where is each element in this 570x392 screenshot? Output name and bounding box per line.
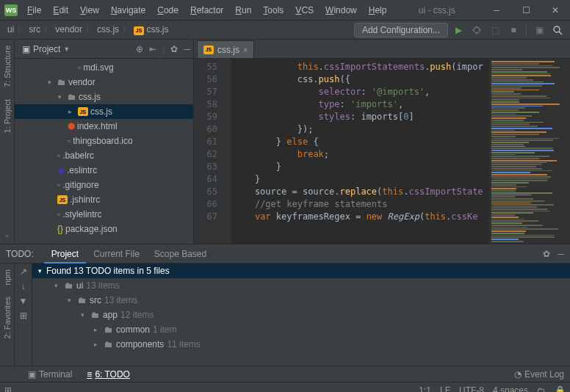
hide-icon[interactable]: ─	[184, 44, 190, 54]
project-folder-icon: ▣	[22, 44, 30, 54]
collapse-icon[interactable]: ↓	[21, 281, 26, 291]
window-controls: ─ ☐ ✕	[482, 0, 570, 21]
tree-item[interactable]: ▫.stylelintrc	[15, 207, 193, 222]
editor-tab[interactable]: JS css.js ×	[197, 40, 254, 58]
line-number-gutter: 55565758596061626364656667	[194, 59, 231, 244]
tree-item[interactable]: {}package.json	[15, 222, 193, 236]
todo-row[interactable]: ▾🖿src 13 items	[32, 293, 570, 308]
event-log-button[interactable]: ◔Event Log	[511, 368, 567, 381]
todo-row[interactable]: ▸🖿components 11 items	[32, 337, 570, 352]
editor-tabs: JS css.js ×	[194, 40, 570, 59]
menu-help[interactable]: Help	[364, 2, 392, 18]
filter-icon[interactable]: ▼	[19, 296, 28, 306]
todo-button[interactable]: ≡6: TODO	[84, 368, 133, 381]
run-icon[interactable]: ▶	[450, 22, 466, 38]
tree-item[interactable]: ▫.gitignore	[15, 178, 193, 192]
todo-icon: ≡	[87, 369, 92, 380]
todo-toolbar: ↗ ↓ ▼ ⊞	[15, 264, 32, 366]
todo-tab[interactable]: Project	[44, 246, 86, 264]
search-everywhere-icon[interactable]: ▣	[531, 22, 547, 38]
line-ending[interactable]: LF	[440, 385, 450, 393]
coverage-icon[interactable]: ⬚	[487, 22, 503, 38]
tree-item[interactable]: ▫mdi.svg	[15, 60, 193, 75]
settings-icon[interactable]: ✿	[543, 249, 550, 259]
tree-item[interactable]: ▫thingsboard.ico	[15, 134, 193, 148]
tree-item[interactable]: ▾🖿vendor	[15, 75, 193, 90]
collapse-icon[interactable]: ⇤	[149, 44, 156, 54]
indent[interactable]: 4 spaces	[493, 385, 528, 393]
settings-icon[interactable]: ✿	[170, 44, 178, 54]
terminal-icon: ▣	[28, 369, 36, 380]
lock-icon[interactable]: 🔒	[555, 385, 566, 393]
window-title: ui - css.js	[392, 5, 482, 15]
project-view-selector[interactable]: ▣ Project ▼	[18, 43, 74, 56]
project-tab[interactable]: 1: Project	[1, 93, 13, 139]
tree-item[interactable]: ▫.babelrc	[15, 148, 193, 163]
project-pane-title: Project	[33, 44, 60, 54]
todo-left-gutter: npm 2: Favorites	[0, 264, 15, 366]
todo-tool-window: TODO: ProjectCurrent FileScope Based ✿ ─…	[0, 244, 570, 366]
project-tree[interactable]: ▫mdi.svg▾🖿vendor▾🖿css.js▸JScss.js⬢index.…	[15, 59, 193, 244]
hide-icon[interactable]: ─	[558, 249, 564, 259]
svg-point-5	[554, 26, 560, 32]
search-icon[interactable]	[549, 22, 566, 38]
todo-tab[interactable]: Scope Based	[147, 246, 214, 262]
tree-item[interactable]: ▾🖿css.js	[15, 90, 193, 104]
cursor-position[interactable]: 1:1	[419, 385, 431, 393]
menu-edit[interactable]: Edit	[48, 2, 73, 18]
menu-navigate[interactable]: Navigate	[106, 2, 151, 18]
debug-icon[interactable]	[469, 22, 485, 38]
todo-row[interactable]: ▸🖿common 1 item	[32, 322, 570, 337]
menu-window[interactable]: Window	[320, 2, 362, 18]
breadcrumb[interactable]: src	[26, 24, 43, 35]
bottom-toolbar: ▣Terminal ≡6: TODO ◔Event Log	[0, 366, 570, 382]
status-bar: ⊞ 1:1 LF UTF-8 4 spaces 🗀 🔒	[0, 382, 570, 392]
todo-summary-text: Found 13 TODO items in 5 files	[46, 266, 170, 276]
todo-row[interactable]: ▾🖿app 12 items	[32, 308, 570, 322]
menu-vcs[interactable]: VCS	[290, 2, 319, 18]
todo-tree[interactable]: ▾ Found 13 TODO items in 5 files ▾🖿ui 13…	[32, 264, 570, 366]
menu-refactor[interactable]: Refactor	[185, 2, 228, 18]
breadcrumb[interactable]: css.js	[94, 24, 122, 35]
tree-item[interactable]: ⬢index.html	[15, 119, 193, 134]
minimize-button[interactable]: ─	[482, 0, 511, 21]
structure-tab[interactable]: 7: Structure	[1, 40, 13, 93]
breadcrumb[interactable]: JS css.js	[131, 24, 171, 35]
tree-item[interactable]: ◉.eslintrc	[15, 163, 193, 178]
breadcrumb[interactable]: ui	[4, 24, 17, 35]
menu-code[interactable]: Code	[152, 2, 184, 18]
todo-row[interactable]: ▾🖿ui 13 items	[32, 278, 570, 293]
group-icon[interactable]: ⊞	[20, 311, 27, 321]
minimap[interactable]	[489, 59, 570, 244]
todo-tab[interactable]: Current File	[86, 246, 147, 262]
toolwindow-square-icon[interactable]: ▫	[2, 228, 11, 244]
expand-icon[interactable]: ↗	[20, 266, 27, 277]
menu-run[interactable]: Run	[230, 2, 256, 18]
favorites-tab[interactable]: 2: Favorites	[1, 291, 13, 344]
close-button[interactable]: ✕	[541, 0, 570, 21]
event-log-icon: ◔	[514, 369, 522, 380]
todo-summary[interactable]: ▾ Found 13 TODO items in 5 files	[32, 264, 570, 278]
menu-file[interactable]: File	[22, 2, 46, 18]
add-configuration-button[interactable]: Add Configuration...	[354, 23, 448, 37]
tree-item[interactable]: JS.jshintrc	[15, 192, 193, 207]
menu-tools[interactable]: Tools	[258, 2, 289, 18]
npm-tab[interactable]: npm	[1, 264, 13, 291]
stop-icon[interactable]: ■	[505, 22, 522, 38]
app-icon: WS	[4, 4, 18, 16]
encoding[interactable]: UTF-8	[459, 385, 484, 393]
titlebar: WS FileEditViewNavigateCodeRefactorRunTo…	[0, 0, 570, 21]
tree-item[interactable]: ▸JScss.js	[15, 104, 193, 119]
breadcrumb[interactable]: vendor	[52, 24, 85, 35]
left-gutter: 7: Structure 1: Project ▫	[0, 40, 15, 244]
close-tab-icon[interactable]: ×	[243, 46, 248, 54]
svg-point-0	[474, 27, 480, 33]
toolwindows-icon[interactable]: ⊞	[4, 385, 12, 393]
terminal-button[interactable]: ▣Terminal	[25, 368, 75, 381]
main-area: 7: Structure 1: Project ▫ ▣ Project ▼ ⊕ …	[0, 40, 570, 244]
locate-icon[interactable]: ⊕	[136, 44, 143, 54]
main-menu: FileEditViewNavigateCodeRefactorRunTools…	[22, 2, 392, 18]
menu-view[interactable]: View	[75, 2, 104, 18]
maximize-button[interactable]: ☐	[511, 0, 541, 21]
inspections-icon[interactable]: 🗀	[537, 385, 546, 393]
